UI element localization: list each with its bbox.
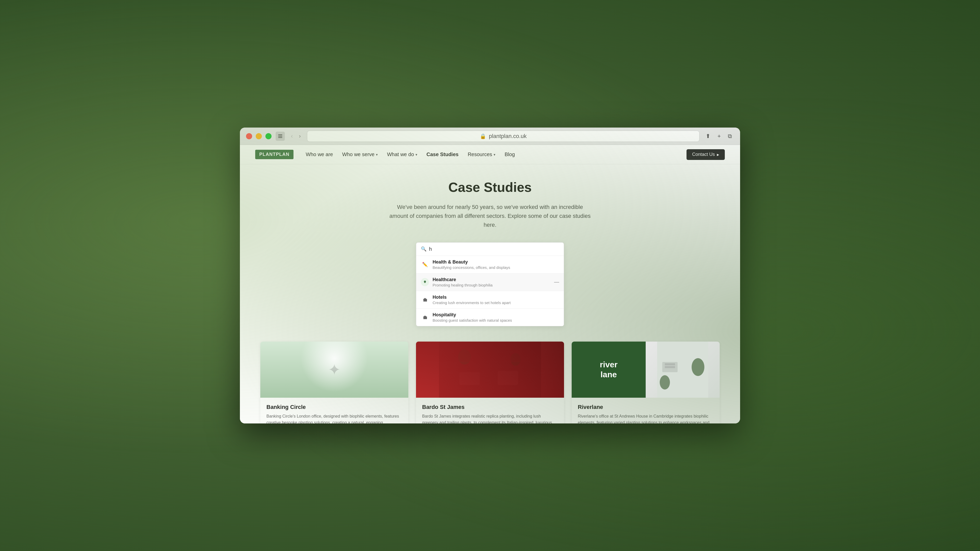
card-image-riverlane: riverlane (572, 341, 720, 398)
card-bardo: Bardo St James Bardo St James integrates… (416, 341, 564, 424)
svg-rect-4 (283, 341, 385, 398)
health-beauty-icon: ✏️ (421, 260, 429, 268)
browser-window: ‹ › 🔒 plantplan.co.uk ⬆ + ⧉ PLANTPLAN Wh… (240, 127, 740, 424)
svg-line-13 (329, 367, 331, 368)
contact-us-button[interactable]: Contact Us ▸ (687, 149, 725, 160)
hospitality-icon (421, 313, 429, 321)
svg-point-22 (458, 349, 471, 365)
svg-point-7 (332, 360, 336, 364)
tab-overview-button[interactable]: ⧉ (726, 132, 734, 141)
dropdown-item-health-beauty[interactable]: ✏️ Health & Beauty Beautifying concessio… (416, 256, 564, 273)
svg-line-9 (338, 356, 340, 357)
nav-case-studies[interactable]: Case Studies (426, 151, 458, 157)
svg-rect-21 (498, 371, 518, 385)
page-subtitle: We've been around for nearly 50 years, s… (388, 203, 592, 230)
svg-point-17 (361, 368, 379, 391)
svg-point-23 (511, 353, 520, 366)
main-content: Case Studies We've been around for nearl… (240, 164, 740, 424)
svg-rect-18 (439, 341, 541, 398)
svg-rect-0 (278, 135, 282, 135)
page-title: Case Studies (260, 179, 720, 195)
page-content: PLANTPLAN Who we are Who we serve ▾ What… (240, 145, 740, 424)
card-body-riverlane: Riverlane Riverlane's office at St Andre… (572, 398, 720, 424)
card-body-banking-circle: Banking Circle Banking Circle's London o… (260, 398, 408, 424)
hotels-icon (421, 295, 429, 304)
cards-grid: Banking Circle Banking Circle's London o… (260, 341, 720, 424)
dropdown-item-hospitality[interactable]: Hospitality Boosting guest satisfaction … (416, 309, 564, 326)
resources-chevron: ▾ (493, 152, 495, 157)
address-bar[interactable]: 🔒 plantplan.co.uk (307, 130, 700, 142)
nav-who-we-serve[interactable]: Who we serve ▾ (342, 151, 378, 157)
search-container: 🔍 ✏️ Health & Beauty Beautifying concess… (416, 242, 564, 326)
search-box: 🔍 ✏️ Health & Beauty Beautifying concess… (416, 242, 564, 326)
card-title-bardo: Bardo St James (422, 404, 558, 410)
search-input-row: 🔍 (416, 243, 564, 256)
hotels-subtitle: Creating lush environments to set hotels… (433, 300, 559, 305)
lock-icon: 🔒 (480, 133, 486, 139)
svg-rect-20 (460, 372, 480, 385)
riverlane-logo-text: riverlane (600, 360, 617, 380)
logo[interactable]: PLANTPLAN (255, 150, 293, 159)
maximize-button[interactable] (266, 133, 272, 139)
svg-rect-28 (665, 366, 675, 368)
healthcare-icon (421, 278, 429, 286)
sidebar-toggle[interactable] (275, 132, 285, 141)
svg-rect-3 (283, 341, 385, 398)
riverlane-office-section (646, 341, 720, 398)
healthcare-title: Healthcare (433, 277, 550, 283)
search-icon: 🔍 (421, 246, 426, 252)
svg-line-15 (329, 356, 331, 357)
forward-button[interactable]: › (297, 132, 303, 141)
card-riverlane: riverlane (572, 341, 720, 424)
health-beauty-title: Health & Beauty (433, 259, 559, 265)
nav-right: Contact Us ▸ (687, 149, 725, 160)
traffic-lights (246, 133, 272, 139)
card-title-banking-circle: Banking Circle (266, 404, 402, 410)
search-input[interactable] (429, 246, 559, 252)
svg-point-6 (323, 351, 346, 373)
minimize-button[interactable] (256, 133, 262, 139)
nav-blog[interactable]: Blog (504, 151, 515, 157)
toolbar-right: ⬆ + ⧉ (703, 132, 734, 141)
card-desc-riverlane: Riverlane's office at St Andrews House i… (578, 413, 714, 424)
share-button[interactable]: ⬆ (703, 132, 712, 141)
card-desc-banking-circle: Banking Circle's London office, designed… (266, 413, 402, 424)
dropdown-item-hotels[interactable]: Hotels Creating lush environments to set… (416, 291, 564, 309)
nav-what-we-do[interactable]: What we do ▾ (387, 151, 417, 157)
nav-who-we-are[interactable]: Who we are (306, 151, 333, 157)
card-image-banking-circle (260, 341, 408, 398)
nav-arrows: ‹ › (289, 132, 303, 141)
nav-links: Who we are Who we serve ▾ What we do ▾ C… (306, 151, 687, 157)
riverlane-logo-section: riverlane (572, 341, 646, 398)
healthcare-check: — (554, 279, 559, 285)
nav-resources[interactable]: Resources ▾ (468, 151, 496, 157)
site-nav: PLANTPLAN Who we are Who we serve ▾ What… (240, 145, 740, 164)
what-we-do-chevron: ▾ (415, 152, 417, 157)
contact-arrow-icon: ▸ (717, 152, 719, 157)
back-button[interactable]: ‹ (289, 132, 295, 141)
close-button[interactable] (246, 133, 252, 139)
card-title-riverlane: Riverlane (578, 404, 714, 410)
svg-point-29 (692, 358, 704, 376)
card-banking-circle: Banking Circle Banking Circle's London o… (260, 341, 408, 424)
svg-point-5 (319, 377, 350, 387)
who-we-serve-chevron: ▾ (376, 152, 378, 157)
svg-rect-1 (278, 136, 282, 137)
svg-rect-24 (439, 341, 541, 362)
hotels-title: Hotels (433, 295, 559, 300)
svg-rect-27 (665, 363, 675, 365)
card-image-bardo (416, 341, 564, 398)
title-bar: ‹ › 🔒 plantplan.co.uk ⬆ + ⧉ (240, 127, 740, 145)
svg-rect-19 (439, 341, 541, 398)
dropdown-item-healthcare[interactable]: Healthcare Promoting healing through bio… (416, 273, 564, 291)
healthcare-subtitle: Promoting healing through biophilia (433, 283, 550, 287)
hospitality-subtitle: Boosting guest satisfaction with natural… (433, 318, 559, 322)
new-tab-button[interactable]: + (715, 132, 723, 141)
svg-point-30 (660, 375, 670, 389)
card-desc-bardo: Bardo St James integrates realistic repl… (422, 413, 558, 424)
card-body-bardo: Bardo St James Bardo St James integrates… (416, 398, 564, 424)
svg-rect-2 (278, 137, 282, 138)
svg-point-16 (288, 365, 309, 390)
health-beauty-subtitle: Beautifying concessions, offices, and di… (433, 265, 559, 270)
url-text: plantplan.co.uk (489, 133, 527, 140)
